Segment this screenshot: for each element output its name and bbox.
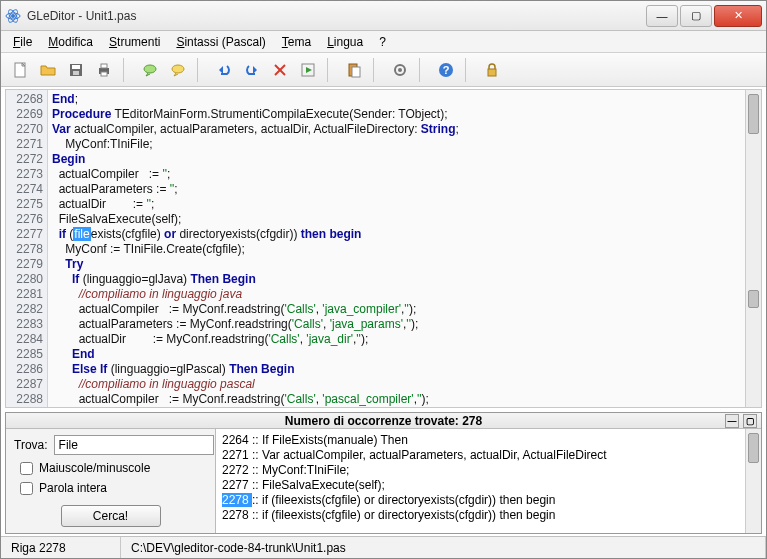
- svg-marker-15: [253, 66, 257, 74]
- menu-help[interactable]: ?: [373, 33, 392, 51]
- toolbar-separator: [465, 58, 473, 82]
- settings-button[interactable]: [387, 57, 413, 83]
- line-gutter: 2268226922702271227222732274227522762277…: [6, 90, 48, 407]
- redo-button[interactable]: [239, 57, 265, 83]
- toolbar-separator: [327, 58, 335, 82]
- help-button[interactable]: ?: [433, 57, 459, 83]
- search-count-label: Numero di occorrenze trovate: 278: [285, 414, 482, 428]
- window-controls: — ▢ ✕: [644, 5, 762, 27]
- close-button[interactable]: ✕: [714, 5, 762, 27]
- results-scrollbar-thumb[interactable]: [748, 433, 759, 463]
- menu-tools[interactable]: Strumenti: [103, 33, 166, 51]
- vertical-scrollbar[interactable]: [745, 90, 761, 407]
- menu-modify[interactable]: Modifica: [42, 33, 99, 51]
- window-title: GLeDitor - Unit1.pas: [27, 9, 644, 23]
- scrollbar-thumb-top[interactable]: [748, 94, 759, 134]
- svg-marker-19: [306, 67, 312, 73]
- search-label: Trova:: [14, 438, 48, 452]
- search-minimize-icon[interactable]: —: [725, 414, 739, 428]
- new-file-button[interactable]: [7, 57, 33, 83]
- minimize-button[interactable]: —: [646, 5, 678, 27]
- editor-area: 2268226922702271227222732274227522762277…: [1, 87, 766, 536]
- comment-button[interactable]: [137, 57, 163, 83]
- toolbar-separator: [373, 58, 381, 82]
- search-controls: Trova: Maiuscole/minuscole Parola intera…: [6, 429, 216, 533]
- open-file-button[interactable]: [35, 57, 61, 83]
- maximize-button[interactable]: ▢: [680, 5, 712, 27]
- toolbar-separator: [123, 58, 131, 82]
- menu-file[interactable]: File: [7, 33, 38, 51]
- status-line: Riga 2278: [1, 537, 121, 558]
- statusbar: Riga 2278 C:\DEV\gleditor-code-84-trunk\…: [1, 536, 766, 558]
- svg-point-0: [11, 14, 15, 18]
- toolbar-separator: [197, 58, 205, 82]
- svg-marker-14: [219, 66, 223, 74]
- code-content[interactable]: End;Procedure TEditorMainForm.StrumentiC…: [48, 90, 745, 407]
- titlebar: GLeDitor - Unit1.pas — ▢ ✕: [1, 1, 766, 31]
- case-checkbox[interactable]: [20, 462, 33, 475]
- undo-button[interactable]: [211, 57, 237, 83]
- toolbar-separator: [419, 58, 427, 82]
- comment-add-button[interactable]: [165, 57, 191, 83]
- search-body: Trova: Maiuscole/minuscole Parola intera…: [6, 429, 761, 533]
- case-checkbox-label[interactable]: Maiuscole/minuscole: [14, 461, 207, 475]
- app-icon: [5, 8, 21, 24]
- toolbar: ?: [1, 53, 766, 87]
- search-input[interactable]: [54, 435, 214, 455]
- svg-text:?: ?: [443, 64, 450, 76]
- code-editor[interactable]: 2268226922702271227222732274227522762277…: [5, 89, 762, 408]
- svg-point-12: [144, 65, 156, 73]
- svg-point-23: [398, 68, 402, 72]
- delete-button[interactable]: [267, 57, 293, 83]
- menubar: File Modifica Strumenti Sintassi (Pascal…: [1, 31, 766, 53]
- search-results[interactable]: 2264 :: If FileExists(manuale) Then2271 …: [216, 429, 745, 533]
- svg-point-13: [172, 65, 184, 73]
- svg-rect-11: [101, 72, 107, 76]
- wholeword-checkbox[interactable]: [20, 482, 33, 495]
- svg-rect-21: [352, 67, 360, 77]
- menu-syntax[interactable]: Sintassi (Pascal): [170, 33, 271, 51]
- svg-rect-10: [101, 64, 107, 68]
- status-path: C:\DEV\gleditor-code-84-trunk\Unit1.pas: [121, 537, 766, 558]
- svg-rect-8: [73, 71, 79, 75]
- search-button[interactable]: Cerca!: [61, 505, 161, 527]
- svg-rect-7: [72, 65, 80, 69]
- search-header: Numero di occorrenze trovate: 278 — ▢: [6, 413, 761, 429]
- save-button[interactable]: [63, 57, 89, 83]
- results-scrollbar[interactable]: [745, 429, 761, 533]
- menu-lang[interactable]: Lingua: [321, 33, 369, 51]
- search-panel: Numero di occorrenze trovate: 278 — ▢ Tr…: [5, 412, 762, 534]
- lock-button[interactable]: [479, 57, 505, 83]
- svg-rect-26: [488, 69, 496, 76]
- search-maximize-icon[interactable]: ▢: [743, 414, 757, 428]
- wholeword-checkbox-label[interactable]: Parola intera: [14, 481, 207, 495]
- scrollbar-thumb[interactable]: [748, 290, 759, 308]
- run-button[interactable]: [295, 57, 321, 83]
- app-window: GLeDitor - Unit1.pas — ▢ ✕ File Modifica…: [0, 0, 767, 559]
- print-button[interactable]: [91, 57, 117, 83]
- menu-theme[interactable]: Tema: [276, 33, 317, 51]
- paste-button[interactable]: [341, 57, 367, 83]
